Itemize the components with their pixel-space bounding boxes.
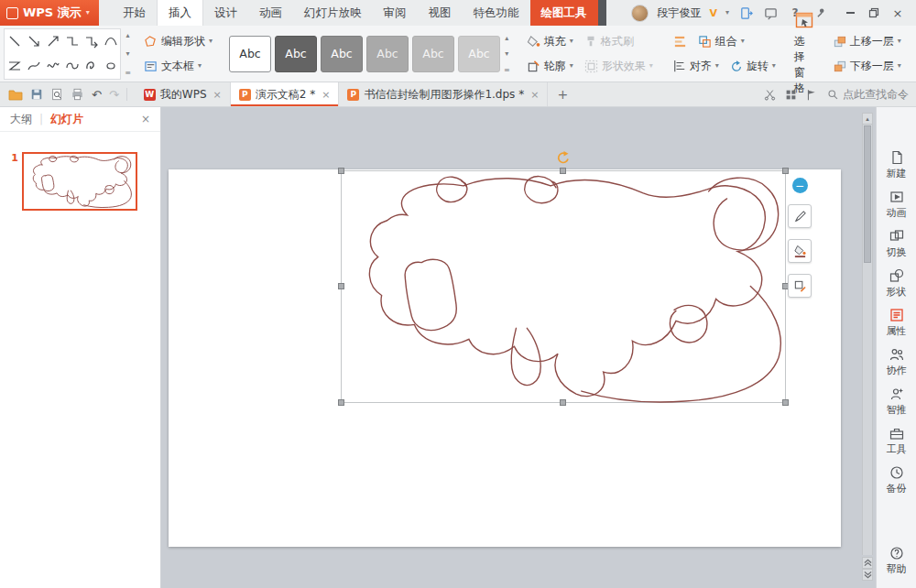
sidebar-item-collaborate[interactable]: 协作 <box>877 343 916 382</box>
tab-start[interactable]: 开始 <box>112 0 157 26</box>
scroll-up-button[interactable]: ▴ <box>862 113 873 125</box>
extra-arrange-bottom-button[interactable]: ▾ <box>912 59 916 73</box>
user-avatar[interactable] <box>631 5 649 22</box>
sidebar-item-transition[interactable]: 切换 <box>877 224 916 264</box>
redo-icon[interactable]: ↷ <box>109 88 119 102</box>
close-tab-icon[interactable]: × <box>530 89 539 101</box>
restore-button[interactable] <box>862 6 886 20</box>
align-button[interactable]: 对齐 ▾ <box>670 57 723 76</box>
user-chevron-down-icon[interactable]: ▾ <box>725 9 729 16</box>
resize-handle-n[interactable] <box>560 168 566 174</box>
distribute-button[interactable] <box>670 33 691 50</box>
arc-icon[interactable] <box>101 29 120 54</box>
sidebar-item-shape[interactable]: 形状 <box>877 264 916 303</box>
text-box-button[interactable]: 文本框 ▾ <box>140 57 205 76</box>
gallery-more-icon[interactable]: ≡ <box>125 69 131 77</box>
style-more-icon[interactable]: ≡ <box>504 66 510 74</box>
resize-handle-ne[interactable] <box>782 168 789 174</box>
close-tab-icon[interactable]: × <box>213 89 222 101</box>
tab-slideshow[interactable]: 幻灯片放映 <box>293 0 373 26</box>
sidebar-item-help[interactable]: 帮助 <box>877 541 916 581</box>
shape-style-preset-2[interactable]: Abc <box>275 36 317 72</box>
style-up-icon[interactable]: ▴ <box>505 34 508 42</box>
shape-style-preset-4[interactable]: Abc <box>366 36 409 72</box>
minimize-button[interactable] <box>838 6 862 20</box>
previous-slide-button[interactable] <box>862 557 873 569</box>
new-tab-button[interactable]: + <box>548 82 577 106</box>
close-tab-icon[interactable]: × <box>322 89 330 101</box>
shape-style-preset-1[interactable]: Abc <box>229 36 271 72</box>
tab-drawing-tools[interactable]: 绘图工具 <box>530 0 598 26</box>
group-button[interactable]: 组合 ▾ <box>694 32 748 51</box>
tab-view[interactable]: 视图 <box>418 0 463 26</box>
wave-icon[interactable] <box>62 54 82 79</box>
resize-handle-sw[interactable] <box>338 399 344 406</box>
doc-tab-wps-home[interactable]: W 我的WPS × <box>136 82 231 106</box>
app-logo[interactable]: WPS 演示 ▾ <box>0 0 99 26</box>
shape-style-preset-5[interactable]: Abc <box>412 36 454 72</box>
tab-insert[interactable]: 插入 <box>157 0 203 26</box>
close-button[interactable]: × <box>886 6 910 20</box>
quick-outline-button[interactable] <box>788 274 812 298</box>
bring-forward-button[interactable]: 上移一层 ▾ <box>829 32 905 51</box>
zigzag-icon[interactable] <box>5 54 24 79</box>
tab-design[interactable]: 设计 <box>203 0 248 26</box>
shape-effects-button[interactable]: 形状效果 ▾ <box>581 57 657 76</box>
outline-button[interactable]: 轮廓 ▾ <box>523 57 577 76</box>
elbow-arrow-icon[interactable] <box>82 29 101 54</box>
shape-style-preset-3[interactable]: Abc <box>321 36 363 72</box>
double-curve-icon[interactable] <box>43 54 62 79</box>
tab-review[interactable]: 审阅 <box>373 0 418 26</box>
s-curve-icon[interactable] <box>24 54 43 79</box>
sidebar-item-smart-recommend[interactable]: 智推 <box>877 382 916 421</box>
send-backward-button[interactable]: 下移一层 ▾ <box>829 57 905 76</box>
gallery-up-icon[interactable]: ▴ <box>125 31 129 39</box>
slide-canvas[interactable]: − ▴ <box>161 107 876 588</box>
fill-button[interactable]: 填充 ▾ <box>523 32 577 51</box>
freeform-scribble-shape[interactable] <box>342 171 787 404</box>
panel-close-icon[interactable]: × <box>141 113 150 125</box>
sidebar-item-properties[interactable]: 属性 <box>877 303 916 343</box>
export-icon[interactable] <box>737 5 754 21</box>
gallery-down-icon[interactable]: ▾ <box>125 49 129 58</box>
tab-special-features[interactable]: 特色功能 <box>463 0 530 26</box>
save-icon[interactable] <box>30 88 43 101</box>
freeform-icon[interactable] <box>101 54 120 79</box>
slides-tab[interactable]: 幻灯片 <box>50 112 83 127</box>
line-shape-icon-1[interactable] <box>5 29 24 54</box>
rotate-handle[interactable] <box>556 150 571 168</box>
print-preview-icon[interactable] <box>50 88 63 101</box>
user-name[interactable]: 段宇俊亚 <box>657 5 701 21</box>
line-arrow-icon[interactable] <box>24 29 43 54</box>
rotate-button[interactable]: 旋转 ▾ <box>726 57 780 76</box>
style-down-icon[interactable]: ▾ <box>505 49 508 58</box>
scrollbar-thumb[interactable] <box>864 125 871 263</box>
shape-style-preset-6[interactable]: Abc <box>458 36 500 72</box>
sidebar-item-animation[interactable]: 动画 <box>877 185 916 224</box>
sidebar-item-backup[interactable]: 备份 <box>877 461 916 500</box>
shape-selection-box[interactable] <box>341 170 786 403</box>
edit-shape-button[interactable]: 编辑形状 ▾ <box>140 32 216 51</box>
outline-tab[interactable]: 大纲 <box>10 112 32 127</box>
doc-tab-presentation2[interactable]: P 演示文稿2 * × <box>231 82 340 106</box>
resize-handle-w[interactable] <box>338 283 344 289</box>
scrollbar-track[interactable] <box>862 125 873 555</box>
slide-thumbnail[interactable] <box>22 152 137 211</box>
elbow-connector-icon[interactable] <box>62 29 82 54</box>
undo-icon[interactable]: ↶ <box>92 88 102 102</box>
extra-arrange-top-button[interactable]: ▾ <box>912 34 916 49</box>
selection-pane-button[interactable]: 选择窗格 <box>789 28 820 79</box>
flag-icon[interactable] <box>806 89 818 101</box>
collapse-tools-button[interactable]: − <box>792 178 808 193</box>
feedback-icon[interactable] <box>762 5 779 21</box>
scissors-icon[interactable] <box>764 89 776 101</box>
resize-handle-nw[interactable] <box>338 168 344 174</box>
next-slide-button[interactable] <box>862 569 873 581</box>
resize-handle-s[interactable] <box>560 399 566 406</box>
tab-animation[interactable]: 动画 <box>248 0 293 26</box>
doc-tab-letter-envelope[interactable]: P 书信信封绘制用图形操作1.dps * × <box>339 82 548 106</box>
print-icon[interactable] <box>71 88 84 101</box>
sidebar-item-tools[interactable]: 工具 <box>877 421 916 461</box>
command-search[interactable]: 点此查找命令 <box>827 87 909 103</box>
quick-edit-shape-button[interactable] <box>788 204 812 228</box>
